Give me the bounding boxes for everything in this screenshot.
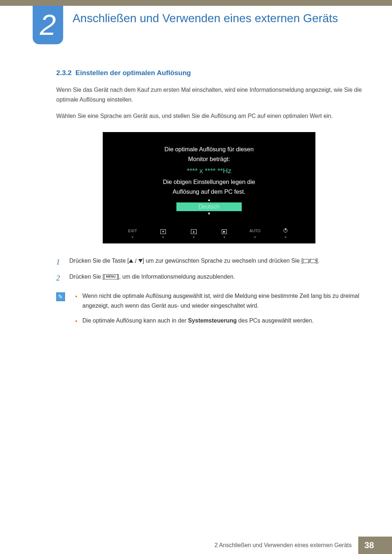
paragraph-1: Wenn Sie das Gerät nach dem Kauf zum ers… xyxy=(56,85,362,104)
note-box: ● Wenn nicht die optimale Auflösung ausg… xyxy=(56,291,362,331)
up-down-arrow-icon: / xyxy=(129,257,142,266)
text-fragment: ], um die Informationsmeldung auszublend… xyxy=(118,274,235,280)
bullet-icon: ● xyxy=(75,293,77,311)
tick-icon: ▼ xyxy=(148,235,178,239)
step-list: 1 Drücken Sie die Taste [ / ] um zur gew… xyxy=(56,256,362,284)
note-icon xyxy=(56,292,65,301)
chapter-title: Anschließen und Verwenden eines externen… xyxy=(73,11,338,25)
osd-language-value: Deutsch xyxy=(176,202,242,211)
tick-icon: ▼ xyxy=(179,235,209,239)
note-item: ● Die optimale Auflösung kann auch in de… xyxy=(75,316,362,325)
step-text: Drücken Sie [MENU], um die Informationsm… xyxy=(69,272,235,282)
top-bar xyxy=(0,0,392,6)
tick-icon: ▼ xyxy=(270,235,301,239)
text-fragment: Drücken Sie die Taste [ xyxy=(69,258,129,264)
chapter-number-badge: 2 xyxy=(33,6,63,44)
note-text: Wenn nicht die optimale Auflösung ausgew… xyxy=(82,291,362,311)
footer-chapter-label: 2 Anschließen und Verwenden eines extern… xyxy=(215,537,358,554)
note-text: Die optimale Auflösung kann auch in der … xyxy=(82,316,314,325)
osd-language-selector: ▲ Deutsch ▼ xyxy=(114,198,305,216)
step-number: 1 xyxy=(56,256,69,268)
osd-play-icon: ▶ xyxy=(209,229,240,234)
menu-button-icon: MENU xyxy=(104,274,118,279)
step-1: 1 Drücken Sie die Taste [ / ] um zur gew… xyxy=(56,256,362,268)
osd-button-row: EXIT ▼ ▲ ▶ AUTO xyxy=(114,229,305,234)
osd-text-line: Auflösung auf dem PC fest. xyxy=(114,188,305,195)
tick-icon: ▼ xyxy=(209,235,240,239)
text-fragment: Drücken Sie [ xyxy=(69,274,104,280)
osd-text-line: Die obigen Einstellungen legen die xyxy=(114,178,305,185)
source-enter-icon: / xyxy=(303,257,316,266)
osd-exit-label: EXIT xyxy=(117,229,148,234)
osd-text-line: Die optimale Auflösung für diesen xyxy=(114,146,305,153)
step-2: 2 Drücken Sie [MENU], um die Information… xyxy=(56,272,362,284)
osd-power-icon xyxy=(270,229,301,234)
osd-up-icon: ▲ xyxy=(179,229,209,234)
osd-screenshot: Die optimale Auflösung für diesen Monito… xyxy=(103,132,315,243)
page-footer: 2 Anschließen und Verwenden eines extern… xyxy=(0,537,392,554)
arrow-down-icon: ▼ xyxy=(114,212,305,216)
section-heading: 2.3.2 Einstellen der optimalen Auflösung xyxy=(56,69,362,77)
arrow-up-icon: ▲ xyxy=(114,198,305,202)
footer-page-number: 38 xyxy=(358,537,380,554)
chapter-header: 2 Anschließen und Verwenden eines extern… xyxy=(33,6,392,44)
text-bold: Systemsteuerung xyxy=(188,317,237,324)
section-number: 2.3.2 xyxy=(56,69,72,77)
page-content: 2.3.2 Einstellen der optimalen Auflösung… xyxy=(56,69,362,331)
text-fragment: des PCs ausgewählt werden. xyxy=(237,317,314,324)
note-item: ● Wenn nicht die optimale Auflösung ausg… xyxy=(75,291,362,311)
osd-resolution-value: **** x **** **Hz xyxy=(114,167,305,175)
paragraph-2: Wählen Sie eine Sprache am Gerät aus, un… xyxy=(56,111,362,121)
tick-icon: ▼ xyxy=(117,235,148,239)
osd-down-icon: ▼ xyxy=(148,229,178,234)
note-list: ● Wenn nicht die optimale Auflösung ausg… xyxy=(75,291,362,331)
osd-text-line: Monitor beträgt: xyxy=(114,156,305,163)
section-title: Einstellen der optimalen Auflösung xyxy=(75,69,191,77)
osd-auto-label: AUTO xyxy=(240,229,270,234)
step-text: Drücken Sie die Taste [ / ] um zur gewün… xyxy=(69,256,319,266)
tick-icon: ▼ xyxy=(240,235,270,239)
osd-tick-row: ▼ ▼ ▼ ▼ ▼ ▼ xyxy=(114,235,305,239)
text-fragment: Die optimale Auflösung kann auch in der xyxy=(82,317,188,324)
text-fragment: ] um zur gewünschten Sprache zu wechseln… xyxy=(143,258,303,264)
bullet-icon: ● xyxy=(75,318,77,325)
footer-edge xyxy=(380,537,392,554)
step-number: 2 xyxy=(56,272,69,284)
